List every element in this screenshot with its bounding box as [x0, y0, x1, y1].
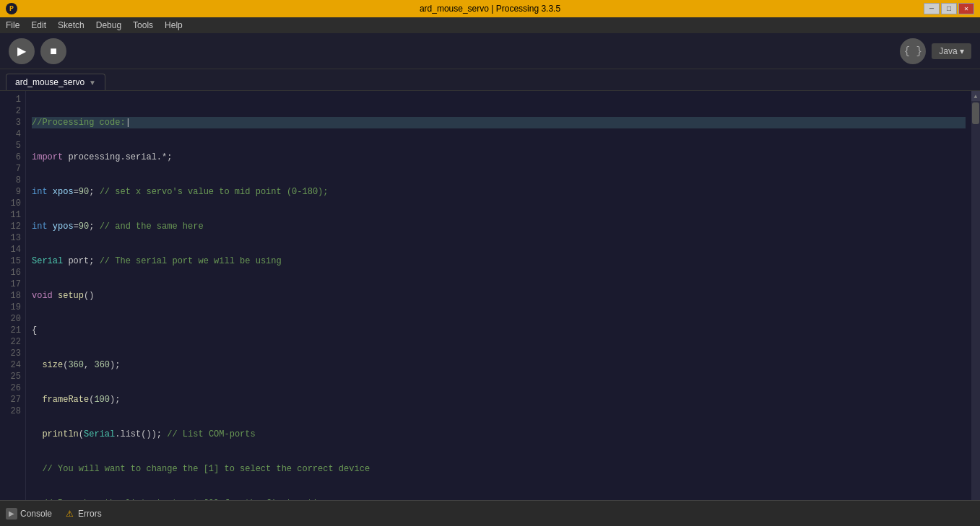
toolbar-right: { } Java ▾	[900, 38, 971, 64]
line-num-24: 24	[4, 359, 21, 371]
console-tab[interactable]: ▶ Console	[6, 508, 52, 520]
errors-tab[interactable]: ⚠ Errors	[64, 508, 102, 520]
line-numbers: 1 2 3 4 5 6 7 8 9 10 11 12 13 14 15 16 1…	[0, 91, 26, 526]
line-num-6: 6	[4, 152, 21, 163]
code-editor[interactable]: //Processing code:| import processing.se…	[26, 91, 971, 526]
line-num-27: 27	[4, 394, 21, 406]
line-num-18: 18	[4, 290, 21, 302]
window-title: ard_mouse_servo | Processing 3.3.5	[420, 4, 560, 14]
menu-help[interactable]: Help	[165, 20, 183, 30]
console-label: Console	[20, 509, 52, 519]
code-line-7: {	[32, 325, 966, 336]
vertical-scrollbar[interactable]: ▲	[971, 91, 980, 526]
code-line-3: int xpos=90; // set x servo's value to m…	[32, 186, 966, 198]
scroll-thumb-v[interactable]	[972, 102, 979, 124]
java-selector[interactable]: Java ▾	[932, 43, 971, 59]
code-line-1: //Processing code:|	[32, 117, 966, 128]
line-num-7: 7	[4, 163, 21, 175]
maximize-button[interactable]: □	[941, 3, 957, 14]
tab-ard-mouse-servo[interactable]: ard_mouse_servo ▼	[6, 74, 105, 90]
menu-tools[interactable]: Tools	[133, 20, 153, 30]
line-num-21: 21	[4, 325, 21, 336]
editor-wrapper: 1 2 3 4 5 6 7 8 9 10 11 12 13 14 15 16 1…	[0, 91, 980, 526]
toolbar-left: ▶ ■	[9, 38, 66, 64]
line-num-19: 19	[4, 302, 21, 313]
line-num-4: 4	[4, 128, 21, 140]
line-num-12: 12	[4, 221, 21, 232]
line-num-26: 26	[4, 382, 21, 394]
menu-debug[interactable]: Debug	[96, 20, 121, 30]
menu-sketch[interactable]: Sketch	[58, 20, 84, 30]
line-num-25: 25	[4, 371, 21, 382]
editor-inner: 1 2 3 4 5 6 7 8 9 10 11 12 13 14 15 16 1…	[0, 91, 980, 526]
line-num-5: 5	[4, 140, 21, 152]
line-num-3: 3	[4, 117, 21, 128]
line-num-9: 9	[4, 186, 21, 198]
tab-label: ard_mouse_servo	[15, 77, 84, 87]
code-line-9: frameRate(100);	[32, 394, 966, 406]
line-num-2: 2	[4, 105, 21, 117]
line-num-16: 16	[4, 267, 21, 279]
stop-button[interactable]: ■	[40, 38, 66, 64]
play-button[interactable]: ▶	[9, 38, 35, 64]
code-line-4: int ypos=90; // and the same here	[32, 221, 966, 232]
code-line-5: Serial port; // The serial port we will …	[32, 255, 966, 267]
titlebar: P ard_mouse_servo | Processing 3.3.5 ─ □…	[0, 0, 980, 17]
line-num-20: 20	[4, 313, 21, 325]
code-line-6: void setup()	[32, 290, 966, 302]
window-controls: ─ □ ✕	[924, 3, 974, 14]
code-line-8: size(360, 360);	[32, 359, 966, 371]
code-line-10: println(Serial.list()); // List COM-port…	[32, 429, 966, 440]
toolbar: ▶ ■ { } Java ▾	[0, 33, 980, 69]
close-button[interactable]: ✕	[958, 3, 974, 14]
debug-icon[interactable]: { }	[900, 38, 926, 64]
menu-edit[interactable]: Edit	[31, 20, 46, 30]
console-icon: ▶	[6, 508, 17, 520]
line-num-23: 23	[4, 348, 21, 359]
line-num-13: 13	[4, 232, 21, 244]
line-num-1: 1	[4, 94, 21, 105]
scroll-up-arrow[interactable]: ▲	[971, 91, 980, 101]
warning-icon: ⚠	[64, 508, 75, 520]
app-icon: P	[6, 3, 17, 14]
line-num-14: 14	[4, 244, 21, 255]
line-num-17: 17	[4, 279, 21, 290]
code-line-11: // You will want to change the [1] to se…	[32, 463, 966, 475]
line-num-15: 15	[4, 255, 21, 267]
minimize-button[interactable]: ─	[924, 3, 940, 14]
menu-file[interactable]: File	[6, 20, 19, 30]
line-num-28: 28	[4, 406, 21, 417]
line-num-22: 22	[4, 336, 21, 348]
errors-label: Errors	[78, 509, 102, 519]
line-num-11: 11	[4, 209, 21, 221]
menubar: File Edit Sketch Debug Tools Help	[0, 17, 980, 33]
tab-arrow: ▼	[89, 79, 96, 87]
line-num-8: 8	[4, 175, 21, 186]
line-num-10: 10	[4, 198, 21, 209]
bottom-panel: ▶ Console ⚠ Errors	[0, 500, 980, 526]
code-line-2: import processing.serial.*;	[32, 152, 966, 163]
tabbar: ard_mouse_servo ▼	[0, 69, 980, 91]
